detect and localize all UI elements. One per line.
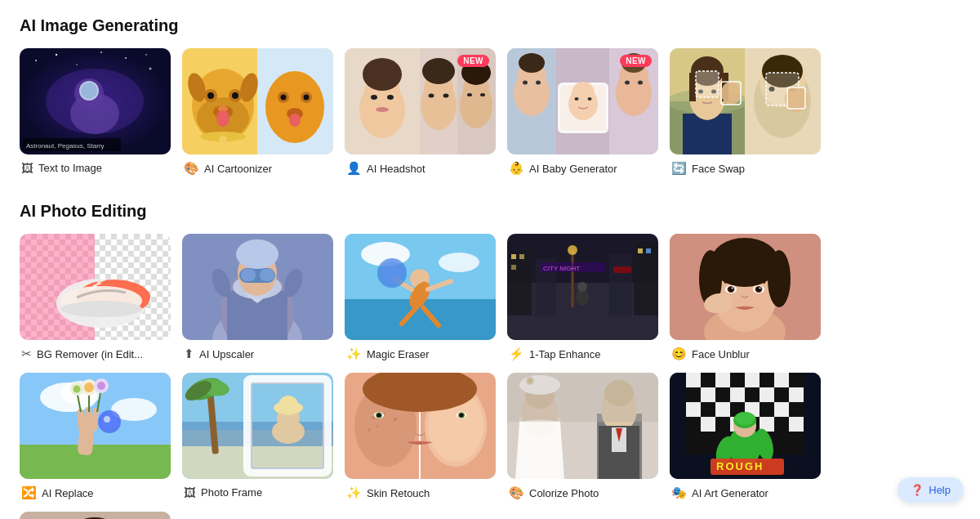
svg-point-149 bbox=[577, 282, 587, 292]
help-label: Help bbox=[929, 484, 951, 496]
section-ai-image-generating: AI Image Generating bbox=[20, 16, 960, 176]
svg-rect-140 bbox=[609, 254, 632, 315]
svg-point-25 bbox=[216, 110, 229, 127]
card-icon-colorize: 🎨 bbox=[509, 485, 524, 500]
svg-point-1 bbox=[35, 60, 37, 61]
card-label-photo-frame: 🖼Photo Frame bbox=[182, 485, 333, 499]
svg-point-209 bbox=[394, 418, 397, 421]
svg-point-166 bbox=[732, 288, 733, 289]
card-text-1tap-enhance: 1-Tap Enhance bbox=[529, 348, 600, 360]
svg-point-21 bbox=[207, 92, 214, 99]
svg-rect-238 bbox=[686, 373, 701, 387]
card-ai-cartoonizer[interactable]: 🎨AI Cartoonizer bbox=[182, 48, 333, 176]
card-icon-text-to-image: 🖼 bbox=[21, 161, 33, 175]
card-image-ai-art: ROUGH bbox=[670, 373, 821, 479]
card-ai-headshot[interactable]: NEW👤AI Headshot bbox=[345, 48, 496, 176]
card-icon-ai-replace: 🔀 bbox=[21, 485, 37, 500]
badge-new-ai-headshot: NEW bbox=[457, 55, 489, 67]
card-label-face-swap: 🔄Face Swap bbox=[670, 161, 821, 176]
svg-rect-88 bbox=[696, 71, 719, 97]
help-icon: ❓ bbox=[911, 484, 924, 496]
card-image-face-unblur bbox=[670, 234, 821, 340]
svg-point-74 bbox=[575, 97, 579, 101]
card-text-photo-frame: Photo Frame bbox=[201, 486, 262, 499]
svg-point-5 bbox=[149, 68, 152, 70]
card-face-swap[interactable]: 🔄Face Swap bbox=[670, 48, 821, 176]
card-image-text-to-image: Astronaut, Pegasus, Starry bbox=[20, 48, 171, 154]
card-icon-photo-frame: 🖼 bbox=[184, 485, 196, 499]
card-label-ai-art: 🎭AI Art Generator bbox=[670, 485, 821, 500]
svg-point-215 bbox=[377, 414, 381, 418]
svg-rect-145 bbox=[646, 248, 651, 253]
svg-point-187 bbox=[74, 386, 81, 393]
card-image-bg-remover bbox=[20, 234, 171, 340]
cards-grid-ai-photo-editing: ✂BG Remover (in Edit... bbox=[20, 234, 960, 519]
svg-point-41 bbox=[363, 58, 402, 91]
card-image-portrait bbox=[20, 512, 171, 519]
card-portrait[interactable]: 👤Portrait Retouch bbox=[20, 512, 171, 519]
svg-point-125 bbox=[439, 253, 479, 272]
svg-text:ROUGH: ROUGH bbox=[716, 460, 764, 472]
card-magic-eraser[interactable]: ✨Magic Eraser bbox=[345, 234, 496, 361]
svg-rect-245 bbox=[789, 387, 804, 402]
svg-rect-152 bbox=[613, 266, 631, 273]
svg-point-43 bbox=[387, 95, 394, 100]
card-label-skin-retouch: ✨Skin Retouch bbox=[345, 485, 496, 500]
svg-point-6 bbox=[145, 54, 147, 56]
card-text-ai-baby-generator: AI Baby Generator bbox=[529, 163, 617, 175]
svg-rect-141 bbox=[511, 254, 516, 259]
svg-point-220 bbox=[460, 414, 464, 418]
card-photo-frame[interactable]: 🖼Photo Frame bbox=[182, 373, 333, 500]
svg-rect-246 bbox=[686, 402, 701, 417]
card-image-ai-baby-generator: NEW bbox=[507, 48, 658, 154]
card-colorize[interactable]: 🎨Colorize Photo bbox=[507, 373, 658, 500]
svg-point-119 bbox=[236, 239, 278, 269]
card-skin-retouch[interactable]: ✨Skin Retouch bbox=[345, 373, 496, 500]
card-bg-remover[interactable]: ✂BG Remover (in Edit... bbox=[20, 234, 171, 361]
svg-point-44 bbox=[376, 107, 389, 112]
card-label-face-unblur: 😊Face Unblur bbox=[670, 347, 821, 361]
card-icon-face-unblur: 😊 bbox=[671, 347, 687, 361]
card-image-1tap-enhance: CITY NIGHT bbox=[507, 234, 658, 340]
svg-point-147 bbox=[568, 245, 577, 255]
card-label-magic-eraser: ✨Magic Eraser bbox=[345, 347, 496, 361]
card-ai-art[interactable]: ROUGH 🎭AI Art Generator bbox=[670, 373, 821, 500]
card-label-text-to-image: 🖼Text to Image bbox=[20, 161, 171, 175]
section-ai-photo-editing: AI Photo Editing bbox=[20, 202, 960, 519]
svg-rect-144 bbox=[638, 248, 643, 253]
svg-rect-234 bbox=[507, 373, 658, 422]
card-text-colorize: Colorize Photo bbox=[529, 487, 599, 499]
svg-rect-143 bbox=[511, 265, 516, 270]
svg-point-7 bbox=[100, 51, 102, 53]
svg-text:CITY NIGHT: CITY NIGHT bbox=[543, 265, 580, 272]
card-text-to-image[interactable]: Astronaut, Pegasus, Starry 🖼Text to Imag… bbox=[20, 48, 171, 176]
svg-rect-193 bbox=[182, 422, 333, 446]
svg-point-207 bbox=[372, 416, 375, 419]
card-ai-baby-generator[interactable]: NEW👶AI Baby Generator bbox=[507, 48, 658, 176]
svg-point-42 bbox=[371, 95, 377, 100]
card-label-ai-cartoonizer: 🎨AI Cartoonizer bbox=[182, 161, 333, 176]
svg-point-190 bbox=[104, 416, 110, 423]
card-ai-upscaler[interactable]: ⬆AI Upscaler bbox=[182, 234, 333, 361]
svg-point-210 bbox=[376, 425, 379, 427]
svg-rect-117 bbox=[241, 269, 256, 281]
card-1tap-enhance[interactable]: CITY NIGHT ⚡1-Tap Enhance bbox=[507, 234, 658, 361]
svg-point-257 bbox=[735, 412, 755, 425]
card-image-ai-upscaler bbox=[182, 234, 333, 340]
card-ai-replace[interactable]: 🔀AI Replace bbox=[20, 373, 171, 500]
svg-point-48 bbox=[422, 58, 455, 84]
card-image-skin-retouch bbox=[345, 373, 496, 479]
card-image-ai-cartoonizer bbox=[182, 48, 333, 154]
card-image-face-swap bbox=[670, 48, 821, 154]
card-icon-magic-eraser: ✨ bbox=[346, 347, 362, 361]
badge-new-ai-baby-generator: NEW bbox=[620, 55, 652, 67]
card-text-ai-art: AI Art Generator bbox=[692, 487, 768, 499]
svg-point-62 bbox=[523, 81, 528, 85]
help-button[interactable]: ❓ Help bbox=[898, 477, 964, 503]
svg-rect-244 bbox=[760, 387, 774, 402]
svg-point-56 bbox=[480, 93, 485, 96]
card-text-ai-upscaler: AI Upscaler bbox=[199, 348, 254, 360]
section-title-ai-image-generating: AI Image Generating bbox=[20, 16, 960, 35]
card-label-colorize: 🎨Colorize Photo bbox=[507, 485, 658, 500]
card-face-unblur[interactable]: 😊Face Unblur bbox=[670, 234, 821, 361]
